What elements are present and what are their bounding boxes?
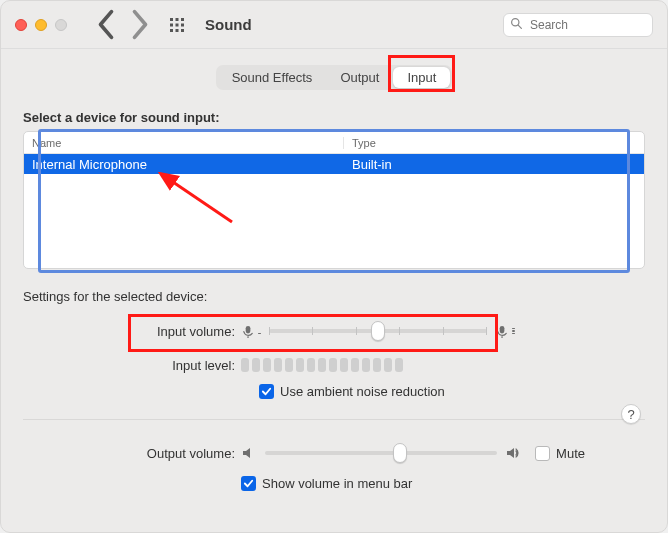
svg-rect-8	[181, 29, 184, 32]
divider	[23, 419, 645, 420]
page-title: Sound	[205, 16, 252, 33]
svg-rect-3	[170, 23, 173, 26]
help-button[interactable]: ?	[621, 404, 641, 424]
svg-rect-2	[181, 18, 184, 21]
search-input[interactable]	[503, 13, 653, 37]
output-volume-thumb[interactable]	[393, 443, 407, 463]
show-all-button[interactable]	[169, 17, 185, 33]
annotation-highlight-table	[38, 129, 630, 273]
speaker-high-icon	[505, 445, 521, 461]
titlebar: Sound	[1, 1, 667, 49]
input-volume-slider[interactable]	[269, 329, 487, 333]
check-icon	[261, 386, 272, 397]
svg-rect-1	[176, 18, 179, 21]
svg-rect-6	[170, 29, 173, 32]
mute-checkbox[interactable]	[535, 446, 550, 461]
speaker-low-icon	[241, 445, 257, 461]
menubar-checkbox[interactable]	[241, 476, 256, 491]
chevron-left-icon	[95, 8, 117, 41]
close-window-button[interactable]	[15, 19, 27, 31]
input-volume-thumb[interactable]	[371, 321, 385, 341]
input-level-row: Input level:	[23, 352, 645, 378]
minimize-window-button[interactable]	[35, 19, 47, 31]
zoom-window-button	[55, 19, 67, 31]
search-field-wrap	[503, 13, 653, 37]
mute-label: Mute	[556, 446, 585, 461]
search-icon	[510, 17, 523, 33]
settings-heading: Settings for the selected device:	[23, 289, 645, 304]
input-volume-label: Input volume:	[23, 324, 241, 339]
mic-high-icon	[495, 324, 515, 339]
tab-sound-effects[interactable]: Sound Effects	[218, 67, 327, 88]
mic-low-icon	[241, 324, 261, 339]
output-volume-slider[interactable]	[265, 451, 497, 455]
svg-rect-5	[181, 23, 184, 26]
ambient-noise-checkbox[interactable]	[259, 384, 274, 399]
input-device-heading: Select a device for sound input:	[23, 110, 645, 125]
input-level-label: Input level:	[23, 358, 241, 373]
output-volume-label: Output volume:	[23, 446, 241, 461]
input-level-meter	[241, 358, 495, 372]
forward-button	[129, 14, 151, 36]
menubar-label: Show volume in menu bar	[262, 476, 412, 491]
help-icon: ?	[627, 407, 634, 422]
back-button[interactable]	[95, 14, 117, 36]
nav-buttons	[95, 14, 151, 36]
check-icon	[243, 478, 254, 489]
svg-line-10	[518, 25, 521, 28]
tab-bar: Sound Effects Output Input	[216, 65, 453, 90]
chevron-right-icon	[129, 8, 151, 41]
svg-rect-7	[176, 29, 179, 32]
input-volume-row: Input volume:	[23, 318, 645, 344]
ambient-noise-row: Use ambient noise reduction	[23, 384, 645, 399]
window-controls	[15, 19, 67, 31]
content-area: Sound Effects Output Input Select a devi…	[1, 49, 667, 532]
svg-rect-0	[170, 18, 173, 21]
ambient-noise-label: Use ambient noise reduction	[280, 384, 445, 399]
tab-output[interactable]: Output	[326, 67, 393, 88]
svg-rect-11	[246, 325, 251, 333]
svg-rect-13	[500, 325, 505, 333]
tab-bar-wrap: Sound Effects Output Input	[23, 65, 645, 90]
svg-rect-4	[176, 23, 179, 26]
menubar-row: Show volume in menu bar	[23, 476, 645, 491]
grid-icon	[169, 17, 185, 33]
output-volume-row: Output volume: Mute	[23, 440, 645, 466]
tab-input[interactable]: Input	[393, 67, 450, 88]
